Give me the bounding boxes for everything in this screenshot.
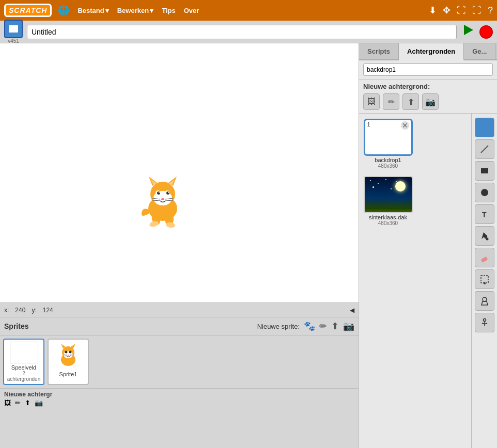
backdrop-name-bar (359, 60, 497, 79)
menu-tips[interactable]: Tips (160, 7, 178, 14)
scratch-logo[interactable]: SCRATCH (4, 4, 52, 17)
backdrop1-number: 1 (367, 121, 370, 127)
backdrop2-name: sinterklaas-dak (369, 214, 407, 220)
sprites-list: Speelveld 2 achtergronden (0, 335, 359, 388)
backdrop1-size: 480x360 (378, 163, 398, 169)
globe-icon[interactable]: 🌐 (56, 5, 71, 16)
new-sprite-camera-icon[interactable]: 📷 (343, 321, 354, 332)
svg-line-37 (481, 146, 488, 153)
svg-rect-38 (481, 168, 488, 173)
stage-item-sublabel: 2 achtergronden (6, 371, 41, 382)
backdrop1-thumb-wrapper: 1 ✕ (364, 119, 413, 156)
left-panel: x: 240 y: 124 ◀ Sprites Nieuwe sprite: 🐾… (0, 43, 359, 448)
backdrop1-name: backdrop1 (375, 157, 401, 163)
menu-over[interactable]: Over (182, 7, 201, 14)
tool-select-btn[interactable] (475, 269, 494, 289)
night-sky-thumbnail (365, 177, 412, 212)
scroll-right-arrow[interactable]: ◀ (350, 307, 354, 314)
menu-right-icons: ⬇ ✥ ⛶ ⛶ ? (429, 5, 493, 16)
svg-point-15 (168, 192, 169, 193)
tab-achtergronden[interactable]: Achtergronden (399, 43, 464, 60)
menu-bestand[interactable]: Bestand▾ (75, 7, 111, 14)
svg-point-30 (65, 351, 67, 354)
project-title-input[interactable] (27, 25, 457, 39)
fullscreen-icon[interactable]: ⛶ (457, 5, 466, 16)
new-sprite-upload-icon[interactable]: ⬆ (331, 321, 339, 332)
stop-button[interactable] (479, 25, 493, 39)
x-label: x: (4, 307, 9, 314)
menu-bewerken[interactable]: Bewerken▾ (115, 7, 156, 14)
svg-point-44 (484, 282, 486, 284)
svg-point-16 (161, 198, 164, 200)
sprites-panel: Sprites Nieuwe sprite: 🐾 ✏ ⬆ 📷 Speelveld… (0, 317, 359, 448)
backdrop-item-2[interactable]: 2 sinterklaas-dak (362, 174, 414, 228)
backdrop-paint-icon[interactable]: ✏ (15, 399, 21, 407)
tool-anchor-btn[interactable] (475, 313, 494, 332)
backdrop-name-input[interactable] (363, 63, 493, 76)
download-icon[interactable]: ⬇ (429, 5, 437, 16)
y-label: y: (32, 307, 36, 314)
coords-bar: x: 240 y: 124 ◀ (0, 303, 359, 317)
svg-text:T: T (482, 211, 487, 219)
tab-scripts[interactable]: Scripts (359, 43, 399, 59)
cat-sprite (134, 172, 191, 229)
backdrop-item-1[interactable]: 1 ✕ backdrop1 480x360 (362, 117, 414, 171)
achtergrond-icons-row: 🖼 ✏ ⬆ 📷 (363, 93, 493, 110)
move-icon[interactable]: ✥ (443, 5, 451, 16)
sprite-item-stage[interactable]: Speelveld 2 achtergronden (3, 339, 44, 385)
stage-thumbnail (10, 342, 38, 363)
star5 (391, 188, 392, 189)
bottom-new-backdrop: Nieuwe achtergr 🖼 ✏ ⬆ 📷 (0, 388, 359, 409)
svg-point-31 (69, 351, 71, 354)
backdrop-upload-icon[interactable]: ⬆ (25, 399, 30, 407)
drawing-tools-panel: T (471, 114, 497, 448)
achtergrond-camera-btn[interactable]: 📷 (422, 93, 439, 110)
stage-view-icon[interactable] (4, 20, 23, 38)
svg-point-46 (484, 319, 486, 322)
sprite1-label: Sprite1 (59, 371, 77, 377)
stage-item-label: Speelveld (11, 364, 36, 371)
moon (395, 181, 406, 191)
svg-marker-2 (464, 25, 473, 35)
achtergrond-browse-btn[interactable]: 🖼 (363, 93, 380, 110)
green-flag-button[interactable] (461, 23, 475, 41)
achtergrond-paint-btn[interactable]: ✏ (383, 93, 399, 110)
tool-stamp-btn[interactable] (475, 291, 494, 311)
tool-fill-btn[interactable] (475, 226, 494, 246)
menu-bar: SCRATCH 🌐 Bestand▾ Bewerken▾ Tips Over ⬇… (0, 0, 497, 21)
sprites-label: Sprites (4, 322, 28, 330)
help-icon[interactable]: ? (488, 5, 493, 16)
new-sprite-browse-icon[interactable]: 🐾 (304, 321, 315, 332)
tool-pencil-btn[interactable] (475, 118, 494, 137)
new-backdrop-label: Nieuwe achtergr (4, 391, 354, 398)
main-area: x: 240 y: 124 ◀ Sprites Nieuwe sprite: 🐾… (0, 43, 497, 448)
tool-eraser-btn[interactable] (475, 248, 494, 267)
backdrop-browse-icon[interactable]: 🖼 (4, 399, 11, 407)
achtergrond-upload-btn[interactable]: ⬆ (402, 93, 419, 110)
svg-point-45 (483, 297, 487, 301)
star2 (378, 183, 379, 184)
backdrop1-close[interactable]: ✕ (401, 121, 409, 130)
right-content: 1 ✕ backdrop1 480x360 2 (359, 114, 497, 448)
backdrop-camera-icon[interactable]: 📷 (35, 399, 43, 407)
star4 (372, 186, 374, 188)
x-value: 240 (15, 307, 25, 314)
sprite-item-sprite1[interactable]: Sprite1 (48, 339, 89, 385)
backdrop2-size: 480x360 (378, 220, 398, 226)
stage-canvas[interactable] (0, 43, 359, 303)
tab-geluiden[interactable]: Ge... (464, 43, 495, 59)
backdrop-icons-row: 🖼 ✏ ⬆ 📷 (4, 399, 354, 407)
tool-rect-btn[interactable] (475, 161, 494, 181)
tool-circle-btn[interactable] (475, 183, 494, 202)
shrink-icon[interactable]: ⛶ (472, 5, 482, 16)
tool-line-btn[interactable] (475, 139, 494, 159)
title-bar: v451 (0, 21, 497, 43)
svg-rect-1 (9, 25, 18, 33)
sprites-header: Sprites Nieuwe sprite: 🐾 ✏ ⬆ 📷 (0, 317, 359, 335)
svg-rect-43 (481, 276, 488, 283)
nieuwe-sprite-label: Nieuwe sprite: (257, 323, 300, 330)
svg-point-14 (159, 192, 160, 193)
svg-point-39 (481, 189, 488, 196)
tool-text-btn[interactable]: T (475, 204, 494, 224)
new-sprite-paint-icon[interactable]: ✏ (319, 321, 327, 332)
